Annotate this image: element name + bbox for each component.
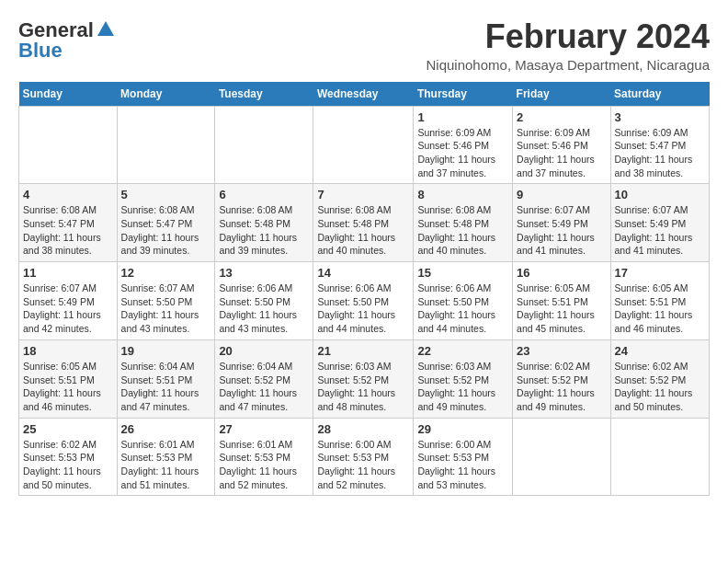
calendar-cell: 27Sunrise: 6:01 AM Sunset: 5:53 PM Dayli… [215,418,313,496]
day-info: Sunrise: 6:03 AM Sunset: 5:52 PM Dayligh… [417,360,508,414]
day-info: Sunrise: 6:02 AM Sunset: 5:53 PM Dayligh… [23,438,113,492]
calendar-cell: 21Sunrise: 6:03 AM Sunset: 5:52 PM Dayli… [313,339,414,418]
day-number: 26 [121,422,211,436]
day-info: Sunrise: 6:01 AM Sunset: 5:53 PM Dayligh… [219,438,309,492]
day-info: Sunrise: 6:05 AM Sunset: 5:51 PM Dayligh… [615,282,705,336]
day-number: 25 [23,422,113,436]
day-info: Sunrise: 6:08 AM Sunset: 5:47 PM Dayligh… [121,203,211,258]
logo: General Blue [18,18,116,63]
day-number: 21 [317,344,409,358]
day-header-monday: Monday [117,82,215,107]
calendar-cell: 17Sunrise: 6:05 AM Sunset: 5:51 PM Dayli… [610,262,709,340]
calendar-week-4: 18Sunrise: 6:05 AM Sunset: 5:51 PM Dayli… [19,339,710,418]
day-info: Sunrise: 6:06 AM Sunset: 5:50 PM Dayligh… [417,282,508,336]
day-number: 1 [417,110,508,124]
calendar-cell: 6Sunrise: 6:08 AM Sunset: 5:48 PM Daylig… [215,184,313,262]
day-info: Sunrise: 6:02 AM Sunset: 5:52 PM Dayligh… [615,360,705,414]
calendar-cell: 12Sunrise: 6:07 AM Sunset: 5:50 PM Dayli… [117,262,215,340]
day-number: 8 [417,188,508,201]
day-info: Sunrise: 6:07 AM Sunset: 5:50 PM Dayligh… [121,282,211,336]
day-info: Sunrise: 6:09 AM Sunset: 5:46 PM Dayligh… [417,126,508,180]
calendar-cell: 29Sunrise: 6:00 AM Sunset: 5:53 PM Dayli… [414,418,513,496]
day-number: 9 [517,188,606,201]
day-number: 22 [417,344,508,358]
day-info: Sunrise: 6:07 AM Sunset: 5:49 PM Dayligh… [23,282,113,336]
day-number: 7 [317,188,409,201]
calendar-cell: 13Sunrise: 6:06 AM Sunset: 5:50 PM Dayli… [215,262,313,340]
day-info: Sunrise: 6:08 AM Sunset: 5:47 PM Dayligh… [23,203,113,258]
month-title: February 2024 [427,18,711,55]
day-number: 19 [121,344,211,358]
calendar-cell: 2Sunrise: 6:09 AM Sunset: 5:46 PM Daylig… [513,106,610,184]
calendar-cell [19,106,118,184]
calendar-cell: 23Sunrise: 6:02 AM Sunset: 5:52 PM Dayli… [513,339,610,418]
day-header-tuesday: Tuesday [215,82,313,107]
logo-blue: Blue [18,39,63,63]
svg-marker-0 [97,21,114,36]
day-header-wednesday: Wednesday [313,82,414,107]
day-header-friday: Friday [513,82,610,107]
day-number: 15 [417,266,508,280]
day-number: 10 [615,188,705,201]
day-number: 24 [615,344,705,358]
day-info: Sunrise: 6:04 AM Sunset: 5:51 PM Dayligh… [121,360,211,414]
day-number: 5 [121,188,211,201]
day-number: 12 [121,266,211,280]
calendar-header-row: SundayMondayTuesdayWednesdayThursdayFrid… [19,82,710,107]
calendar-cell: 26Sunrise: 6:01 AM Sunset: 5:53 PM Dayli… [117,418,215,496]
calendar-cell: 1Sunrise: 6:09 AM Sunset: 5:46 PM Daylig… [414,106,513,184]
calendar-week-5: 25Sunrise: 6:02 AM Sunset: 5:53 PM Dayli… [19,418,710,496]
day-info: Sunrise: 6:00 AM Sunset: 5:53 PM Dayligh… [317,438,409,492]
calendar-cell: 24Sunrise: 6:02 AM Sunset: 5:52 PM Dayli… [610,339,709,418]
calendar-cell [513,418,610,496]
day-number: 11 [23,266,113,280]
calendar-cell: 19Sunrise: 6:04 AM Sunset: 5:51 PM Dayli… [117,339,215,418]
day-number: 20 [219,344,309,358]
day-info: Sunrise: 6:08 AM Sunset: 5:48 PM Dayligh… [417,203,508,258]
day-info: Sunrise: 6:09 AM Sunset: 5:47 PM Dayligh… [615,126,705,180]
day-number: 2 [517,110,606,124]
calendar-week-1: 1Sunrise: 6:09 AM Sunset: 5:46 PM Daylig… [19,106,710,184]
day-info: Sunrise: 6:01 AM Sunset: 5:53 PM Dayligh… [121,438,211,492]
day-number: 4 [23,188,113,201]
calendar-cell: 20Sunrise: 6:04 AM Sunset: 5:52 PM Dayli… [215,339,313,418]
calendar-cell: 28Sunrise: 6:00 AM Sunset: 5:53 PM Dayli… [313,418,414,496]
day-info: Sunrise: 6:05 AM Sunset: 5:51 PM Dayligh… [23,360,113,414]
page-header: General Blue February 2024 Niquinohomo, … [18,18,710,73]
day-info: Sunrise: 6:05 AM Sunset: 5:51 PM Dayligh… [517,282,606,336]
calendar-cell: 14Sunrise: 6:06 AM Sunset: 5:50 PM Dayli… [313,262,414,340]
calendar-cell: 15Sunrise: 6:06 AM Sunset: 5:50 PM Dayli… [414,262,513,340]
day-number: 23 [517,344,606,358]
day-number: 29 [417,422,508,436]
calendar-cell: 22Sunrise: 6:03 AM Sunset: 5:52 PM Dayli… [414,339,513,418]
title-area: February 2024 Niquinohomo, Masaya Depart… [427,18,711,73]
calendar-cell: 5Sunrise: 6:08 AM Sunset: 5:47 PM Daylig… [117,184,215,262]
day-info: Sunrise: 6:09 AM Sunset: 5:46 PM Dayligh… [517,126,606,180]
day-number: 6 [219,188,309,201]
day-number: 27 [219,422,309,436]
calendar-week-2: 4Sunrise: 6:08 AM Sunset: 5:47 PM Daylig… [19,184,710,262]
calendar-cell [215,106,313,184]
calendar-cell: 4Sunrise: 6:08 AM Sunset: 5:47 PM Daylig… [19,184,118,262]
day-header-sunday: Sunday [19,82,118,107]
logo-icon [96,19,116,40]
calendar-cell: 18Sunrise: 6:05 AM Sunset: 5:51 PM Dayli… [19,339,118,418]
calendar-cell: 10Sunrise: 6:07 AM Sunset: 5:49 PM Dayli… [610,184,709,262]
calendar-cell: 16Sunrise: 6:05 AM Sunset: 5:51 PM Dayli… [513,262,610,340]
day-info: Sunrise: 6:08 AM Sunset: 5:48 PM Dayligh… [219,203,309,258]
day-header-saturday: Saturday [610,82,709,107]
day-info: Sunrise: 6:06 AM Sunset: 5:50 PM Dayligh… [317,282,409,336]
day-number: 3 [615,110,705,124]
calendar-cell [610,418,709,496]
calendar-cell [313,106,414,184]
day-info: Sunrise: 6:00 AM Sunset: 5:53 PM Dayligh… [417,438,508,492]
calendar-cell [117,106,215,184]
calendar-week-3: 11Sunrise: 6:07 AM Sunset: 5:49 PM Dayli… [19,262,710,340]
day-header-thursday: Thursday [414,82,513,107]
calendar-cell: 8Sunrise: 6:08 AM Sunset: 5:48 PM Daylig… [414,184,513,262]
calendar-cell: 25Sunrise: 6:02 AM Sunset: 5:53 PM Dayli… [19,418,118,496]
calendar-cell: 7Sunrise: 6:08 AM Sunset: 5:48 PM Daylig… [313,184,414,262]
day-number: 18 [23,344,113,358]
day-info: Sunrise: 6:07 AM Sunset: 5:49 PM Dayligh… [615,203,705,258]
location-subtitle: Niquinohomo, Masaya Department, Nicaragu… [427,57,711,73]
